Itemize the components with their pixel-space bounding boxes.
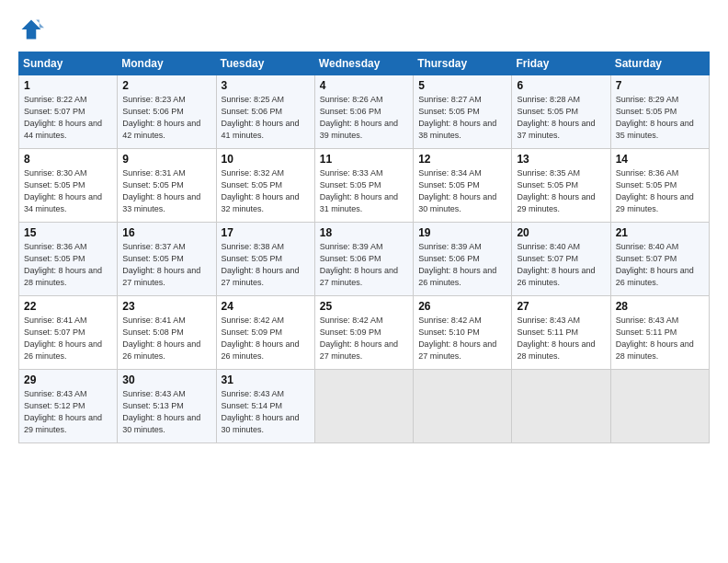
day-info: Sunrise: 8:42 AMSunset: 5:10 PMDaylight:… — [418, 315, 507, 362]
day-info: Sunrise: 8:27 AMSunset: 5:05 PMDaylight:… — [418, 94, 507, 142]
calendar-cell: 19Sunrise: 8:39 AMSunset: 5:06 PMDayligh… — [414, 223, 512, 296]
day-info: Sunrise: 8:40 AMSunset: 5:07 PMDaylight:… — [616, 241, 705, 289]
day-info: Sunrise: 8:38 AMSunset: 5:05 PMDaylight:… — [222, 241, 311, 289]
day-number: 11 — [320, 153, 409, 166]
calendar-cell: 25Sunrise: 8:42 AMSunset: 5:09 PMDayligh… — [314, 296, 413, 370]
calendar-cell: 2Sunrise: 8:23 AMSunset: 5:06 PMDaylight… — [118, 75, 216, 149]
calendar-cell: 7Sunrise: 8:29 AMSunset: 5:05 PMDaylight… — [610, 75, 709, 149]
calendar-cell: 30Sunrise: 8:43 AMSunset: 5:13 PMDayligh… — [118, 370, 216, 443]
day-number: 14 — [616, 153, 705, 166]
day-number: 2 — [122, 79, 211, 92]
calendar-cell: 29Sunrise: 8:43 AMSunset: 5:12 PMDayligh… — [19, 370, 118, 443]
day-number: 26 — [418, 300, 507, 313]
weekday-header-thursday: Thursday — [414, 52, 512, 75]
calendar-week-row: 29Sunrise: 8:43 AMSunset: 5:12 PMDayligh… — [19, 370, 710, 443]
day-number: 22 — [24, 300, 113, 313]
calendar-cell: 26Sunrise: 8:42 AMSunset: 5:10 PMDayligh… — [414, 296, 512, 370]
day-info: Sunrise: 8:41 AMSunset: 5:07 PMDaylight:… — [24, 315, 113, 362]
weekday-header-monday: Monday — [118, 52, 216, 75]
day-number: 6 — [517, 79, 606, 92]
day-info: Sunrise: 8:43 AMSunset: 5:13 PMDaylight:… — [122, 388, 211, 436]
day-number: 24 — [222, 300, 311, 313]
day-info: Sunrise: 8:43 AMSunset: 5:14 PMDaylight:… — [222, 388, 311, 436]
day-info: Sunrise: 8:29 AMSunset: 5:05 PMDaylight:… — [616, 94, 705, 142]
day-info: Sunrise: 8:30 AMSunset: 5:05 PMDaylight:… — [24, 167, 113, 215]
calendar-page: SundayMondayTuesdayWednesdayThursdayFrid… — [0, 0, 728, 563]
calendar-cell — [512, 370, 610, 443]
day-info: Sunrise: 8:36 AMSunset: 5:05 PMDaylight:… — [24, 241, 113, 289]
calendar-cell: 8Sunrise: 8:30 AMSunset: 5:05 PMDaylight… — [19, 149, 118, 223]
day-number: 1 — [24, 79, 113, 92]
day-info: Sunrise: 8:40 AMSunset: 5:07 PMDaylight:… — [517, 241, 606, 289]
weekday-header-saturday: Saturday — [610, 52, 709, 75]
calendar-cell: 12Sunrise: 8:34 AMSunset: 5:05 PMDayligh… — [414, 149, 512, 223]
calendar-cell: 16Sunrise: 8:37 AMSunset: 5:05 PMDayligh… — [118, 223, 216, 296]
header — [18, 17, 710, 42]
weekday-header-sunday: Sunday — [19, 52, 118, 75]
day-number: 9 — [122, 153, 211, 166]
calendar-cell: 17Sunrise: 8:38 AMSunset: 5:05 PMDayligh… — [216, 223, 314, 296]
calendar-cell: 24Sunrise: 8:42 AMSunset: 5:09 PMDayligh… — [216, 296, 314, 370]
calendar-cell — [414, 370, 512, 443]
day-number: 30 — [122, 373, 211, 386]
day-number: 3 — [222, 79, 311, 92]
day-info: Sunrise: 8:31 AMSunset: 5:05 PMDaylight:… — [122, 167, 211, 215]
calendar-cell: 14Sunrise: 8:36 AMSunset: 5:05 PMDayligh… — [610, 149, 709, 223]
calendar-cell: 13Sunrise: 8:35 AMSunset: 5:05 PMDayligh… — [512, 149, 610, 223]
calendar-cell — [610, 370, 709, 443]
day-info: Sunrise: 8:35 AMSunset: 5:05 PMDaylight:… — [517, 167, 606, 215]
weekday-header-row: SundayMondayTuesdayWednesdayThursdayFrid… — [19, 52, 710, 75]
day-number: 23 — [122, 300, 211, 313]
calendar-cell: 28Sunrise: 8:43 AMSunset: 5:11 PMDayligh… — [610, 296, 709, 370]
day-info: Sunrise: 8:26 AMSunset: 5:06 PMDaylight:… — [320, 94, 409, 142]
calendar-cell: 5Sunrise: 8:27 AMSunset: 5:05 PMDaylight… — [414, 75, 512, 149]
calendar-cell: 27Sunrise: 8:43 AMSunset: 5:11 PMDayligh… — [512, 296, 610, 370]
calendar-cell: 15Sunrise: 8:36 AMSunset: 5:05 PMDayligh… — [19, 223, 118, 296]
day-number: 4 — [320, 79, 409, 92]
calendar-week-row: 1Sunrise: 8:22 AMSunset: 5:07 PMDaylight… — [19, 75, 710, 149]
calendar-week-row: 15Sunrise: 8:36 AMSunset: 5:05 PMDayligh… — [19, 223, 710, 296]
calendar-cell: 10Sunrise: 8:32 AMSunset: 5:05 PMDayligh… — [216, 149, 314, 223]
calendar-cell: 3Sunrise: 8:25 AMSunset: 5:06 PMDaylight… — [216, 75, 314, 149]
weekday-header-friday: Friday — [512, 52, 610, 75]
day-number: 28 — [616, 300, 705, 313]
day-info: Sunrise: 8:42 AMSunset: 5:09 PMDaylight:… — [320, 315, 409, 362]
day-info: Sunrise: 8:43 AMSunset: 5:11 PMDaylight:… — [616, 315, 705, 362]
calendar-cell: 23Sunrise: 8:41 AMSunset: 5:08 PMDayligh… — [118, 296, 216, 370]
day-number: 13 — [517, 153, 606, 166]
calendar-cell: 22Sunrise: 8:41 AMSunset: 5:07 PMDayligh… — [19, 296, 118, 370]
day-number: 17 — [222, 226, 311, 239]
weekday-header-wednesday: Wednesday — [314, 52, 413, 75]
calendar-cell: 31Sunrise: 8:43 AMSunset: 5:14 PMDayligh… — [216, 370, 314, 443]
day-number: 7 — [616, 79, 705, 92]
day-number: 29 — [24, 373, 113, 386]
day-number: 10 — [222, 153, 311, 166]
day-number: 19 — [418, 226, 507, 239]
day-info: Sunrise: 8:28 AMSunset: 5:05 PMDaylight:… — [517, 94, 606, 142]
day-number: 20 — [517, 226, 606, 239]
day-number: 18 — [320, 226, 409, 239]
day-info: Sunrise: 8:33 AMSunset: 5:05 PMDaylight:… — [320, 167, 409, 215]
day-info: Sunrise: 8:37 AMSunset: 5:05 PMDaylight:… — [122, 241, 211, 289]
day-info: Sunrise: 8:42 AMSunset: 5:09 PMDaylight:… — [222, 315, 311, 362]
day-number: 12 — [418, 153, 507, 166]
calendar-week-row: 8Sunrise: 8:30 AMSunset: 5:05 PMDaylight… — [19, 149, 710, 223]
day-number: 27 — [517, 300, 606, 313]
day-info: Sunrise: 8:34 AMSunset: 5:05 PMDaylight:… — [418, 167, 507, 215]
day-info: Sunrise: 8:32 AMSunset: 5:05 PMDaylight:… — [222, 167, 311, 215]
calendar-cell: 6Sunrise: 8:28 AMSunset: 5:05 PMDaylight… — [512, 75, 610, 149]
day-number: 15 — [24, 226, 113, 239]
calendar-cell: 20Sunrise: 8:40 AMSunset: 5:07 PMDayligh… — [512, 223, 610, 296]
day-number: 21 — [616, 226, 705, 239]
calendar-cell: 1Sunrise: 8:22 AMSunset: 5:07 PMDaylight… — [19, 75, 118, 149]
calendar-cell: 11Sunrise: 8:33 AMSunset: 5:05 PMDayligh… — [314, 149, 413, 223]
day-info: Sunrise: 8:22 AMSunset: 5:07 PMDaylight:… — [24, 94, 113, 142]
calendar-cell: 18Sunrise: 8:39 AMSunset: 5:06 PMDayligh… — [314, 223, 413, 296]
day-number: 25 — [320, 300, 409, 313]
calendar-cell — [314, 370, 413, 443]
day-number: 8 — [24, 153, 113, 166]
calendar-cell: 21Sunrise: 8:40 AMSunset: 5:07 PMDayligh… — [610, 223, 709, 296]
day-info: Sunrise: 8:41 AMSunset: 5:08 PMDaylight:… — [122, 315, 211, 362]
day-info: Sunrise: 8:43 AMSunset: 5:12 PMDaylight:… — [24, 388, 113, 436]
day-info: Sunrise: 8:36 AMSunset: 5:05 PMDaylight:… — [616, 167, 705, 215]
